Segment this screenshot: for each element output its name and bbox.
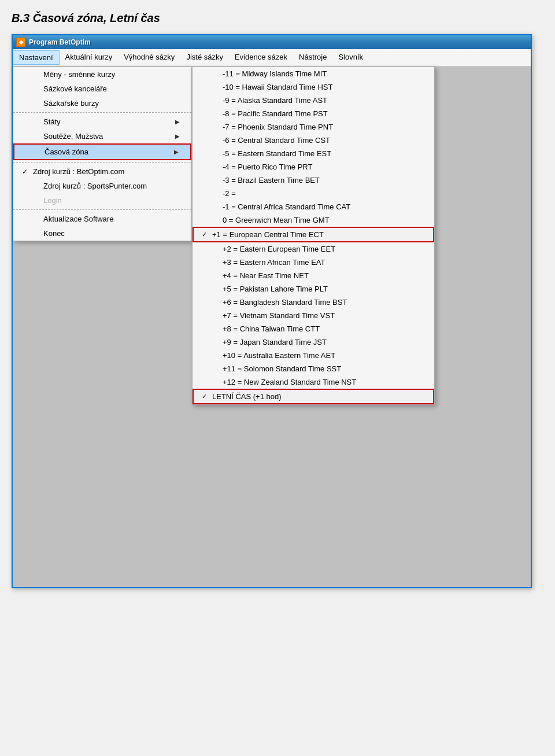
menu-nastaveni[interactable]: Nastavení: [13, 50, 60, 65]
tz-nst[interactable]: +12 = New Zealand Standard Time NST: [193, 375, 434, 389]
menu-evidence-sazek[interactable]: Evidence sázek: [229, 50, 293, 65]
tz-bet[interactable]: -3 = Brazil Eastern Time BET: [193, 174, 434, 187]
timezone-submenu: -11 = Midway Islands Time MIT -10 = Hawa…: [192, 67, 435, 405]
tz-pst[interactable]: -8 = Pacific Standard Time PST: [193, 107, 434, 120]
page-title: B.3 Časová zóna, Letní čas: [12, 12, 543, 25]
menu-jiste-sazky[interactable]: Jisté sázky: [180, 50, 229, 65]
tz-plt[interactable]: +5 = Pakistan Lahore Time PLT: [193, 282, 434, 296]
window-title: Program BetOptim: [29, 38, 91, 46]
app-icon: ❖: [16, 38, 25, 47]
menu-casova-zona[interactable]: Časová zóna ▶: [13, 143, 191, 160]
tz-ctt[interactable]: +8 = China Taiwan Time CTT: [193, 322, 434, 335]
tz-prt[interactable]: -4 = Puerto Rico Time PRT: [193, 160, 434, 174]
menu-sazkarske-burzy[interactable]: Sázkařské burzy: [13, 96, 191, 110]
tz-letni-cas[interactable]: ✓ LETNÍ ČAS (+1 hod): [193, 389, 434, 404]
menu-login: Login: [13, 193, 191, 208]
menu-aktualni-kurzy[interactable]: Aktuální kurzy: [60, 50, 119, 65]
check-ect: ✓: [199, 231, 209, 238]
tz-eet[interactable]: +2 = Eastern European Time EET: [193, 242, 434, 256]
menu-bar: Nastavení Aktuální kurzy Výhodné sázky J…: [13, 49, 531, 67]
dropdown-menu: Měny - směnné kurzy Sázkové kanceláře Sá…: [13, 67, 192, 241]
application-window: ❖ Program BetOptim Nastavení Aktuální ku…: [12, 34, 532, 588]
tz-cst[interactable]: -6 = Central Standard Time CST: [193, 134, 434, 147]
tz-bst[interactable]: +6 = Bangladesh Standard Time BST: [193, 296, 434, 309]
tz-net[interactable]: +4 = Near East Time NET: [193, 269, 434, 282]
arrow-staty: ▶: [175, 119, 180, 125]
separator-3: [13, 209, 191, 210]
tz-eat[interactable]: +3 = Eastern African Time EAT: [193, 256, 434, 269]
tz-sst[interactable]: +11 = Solomon Standard Time SST: [193, 362, 434, 375]
tz-hst[interactable]: -10 = Hawaii Standard Time HST: [193, 80, 434, 94]
tz-est[interactable]: -5 = Eastern Standard Time EST: [193, 147, 434, 160]
menu-souteze[interactable]: Soutěže, Mužstva ▶: [13, 129, 191, 143]
arrow-casova: ▶: [174, 149, 179, 155]
tz-mit[interactable]: -11 = Midway Islands Time MIT: [193, 67, 434, 80]
title-bar: ❖ Program BetOptim: [13, 35, 531, 49]
tz-gmt[interactable]: 0 = Greenwich Mean Time GMT: [193, 213, 434, 227]
tz-minus2[interactable]: -2 =: [193, 187, 434, 200]
tz-pnt[interactable]: -7 = Phoenix Standard Time PNT: [193, 120, 434, 134]
page-container: B.3 Časová zóna, Letní čas ❖ Program Bet…: [12, 12, 543, 588]
separator-2: [13, 162, 191, 163]
check-letni: ✓: [199, 393, 209, 400]
arrow-souteze: ▶: [175, 133, 180, 139]
separator-1: [13, 112, 191, 113]
menu-vyhodne-sazky[interactable]: Výhodné sázky: [118, 50, 180, 65]
content-area: Měny - směnné kurzy Sázkové kanceláře Sá…: [13, 67, 531, 587]
tz-vst[interactable]: +7 = Vietnam Standard Time VST: [193, 309, 434, 322]
tz-ect[interactable]: ✓ +1 = European Central Time ECT: [193, 227, 434, 242]
menu-nastroje[interactable]: Nástroje: [293, 50, 332, 65]
tz-cat[interactable]: -1 = Central Africa Standard Time CAT: [193, 200, 434, 213]
menu-sazkove-kancelare[interactable]: Sázkové kanceláře: [13, 82, 191, 96]
menu-slovnik[interactable]: Slovník: [332, 50, 369, 65]
tz-ast[interactable]: -9 = Alaska Standard Time AST: [193, 94, 434, 107]
tz-jst[interactable]: +9 = Japan Standard Time JST: [193, 335, 434, 349]
menu-zdroj-sportspunter[interactable]: Zdroj kurzů : SportsPunter.com: [13, 179, 191, 193]
tz-aet[interactable]: +10 = Australia Eastern Time AET: [193, 349, 434, 362]
menu-meny[interactable]: Měny - směnné kurzy: [13, 67, 191, 82]
menu-staty[interactable]: Státy ▶: [13, 115, 191, 129]
check-betoptim: ✓: [20, 168, 29, 176]
menu-konec[interactable]: Konec: [13, 226, 191, 241]
menu-zdroj-betoptim[interactable]: ✓ Zdroj kurzů : BetOptim.com: [13, 164, 191, 179]
menu-aktualizace[interactable]: Aktualizace Software: [13, 212, 191, 226]
